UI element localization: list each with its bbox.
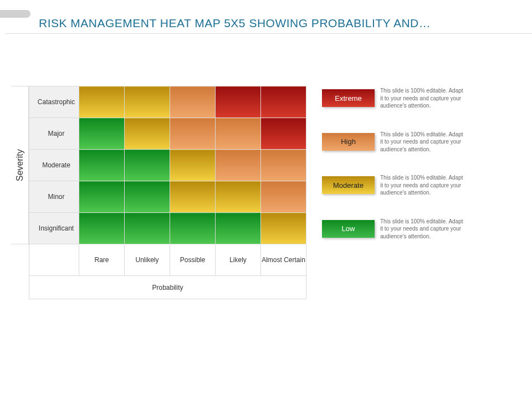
legend-badge-high: High: [322, 133, 375, 151]
legend-desc: This slide is 100% editable. Adapt it to…: [380, 131, 463, 154]
heatmap-cell: [79, 213, 125, 244]
heatmap-cell: [261, 213, 306, 244]
heatmap-cell: [261, 150, 306, 181]
x-axis-label: Probability: [29, 276, 306, 299]
probability-label: Almost Certain: [261, 244, 306, 276]
legend-desc: This slide is 100% editable. Adapt it to…: [380, 87, 463, 110]
legend-badge-moderate: Moderate: [322, 176, 375, 194]
legend-item-extreme: Extreme This slide is 100% editable. Ada…: [322, 87, 463, 110]
heatmap-cell: [125, 86, 170, 118]
heatmap-cell: [125, 181, 170, 213]
probability-label: Unlikely: [125, 244, 170, 276]
legend: Extreme This slide is 100% editable. Ada…: [322, 87, 463, 240]
heatmap-cell: [79, 86, 125, 118]
legend-badge-low: Low: [322, 220, 375, 238]
page-title: RISK MANAGEMENT HEAT MAP 5X5 SHOWING PRO…: [39, 17, 431, 30]
content-area: Severity CatastrophicMajorModerateMinorI…: [11, 86, 463, 299]
heatmap-cell: [79, 118, 125, 150]
heatmap-cell: [261, 118, 306, 150]
legend-badge-extreme: Extreme: [322, 89, 375, 107]
severity-label: Major: [29, 118, 79, 150]
heatmap-cell: [216, 86, 261, 118]
severity-label: Insignificant: [29, 213, 79, 244]
legend-item-high: High This slide is 100% editable. Adapt …: [322, 131, 463, 154]
severity-label: Minor: [29, 181, 79, 213]
heatmap-cell: [261, 86, 306, 118]
heatmap-cell: [125, 213, 170, 244]
heatmap-cell: [79, 150, 125, 181]
heatmap-cell: [216, 213, 261, 244]
y-axis-label: Severity: [11, 86, 29, 244]
decorative-tab: [0, 10, 30, 18]
heatmap-cell: [170, 150, 216, 181]
probability-label: Rare: [79, 244, 125, 276]
legend-desc: This slide is 100% editable. Adapt it to…: [380, 174, 463, 197]
severity-label: Catastrophic: [29, 86, 79, 118]
legend-desc: This slide is 100% editable. Adapt it to…: [380, 218, 463, 241]
probability-label: Possible: [170, 244, 216, 276]
heatmap-cell: [79, 181, 125, 213]
heatmap-cell: [170, 213, 216, 244]
heatmap-cell: [216, 150, 261, 181]
heatmap-cell: [261, 181, 306, 213]
heatmap-cell: [216, 118, 261, 150]
heatmap-cell: [216, 181, 261, 213]
heatmap-table: CatastrophicMajorModerateMinorInsignific…: [29, 86, 306, 299]
heatmap-cell: [125, 150, 170, 181]
heatmap-cell: [170, 86, 216, 118]
heatmap-cell: [170, 118, 216, 150]
legend-item-low: Low This slide is 100% editable. Adapt i…: [322, 218, 463, 241]
heatmap-cell: [125, 118, 170, 150]
severity-label: Moderate: [29, 150, 79, 181]
legend-item-moderate: Moderate This slide is 100% editable. Ad…: [322, 174, 463, 197]
blank-cell: [29, 244, 79, 276]
heatmap-cell: [170, 181, 216, 213]
heatmap-container: Severity CatastrophicMajorModerateMinorI…: [11, 86, 306, 299]
probability-label: Likely: [216, 244, 261, 276]
